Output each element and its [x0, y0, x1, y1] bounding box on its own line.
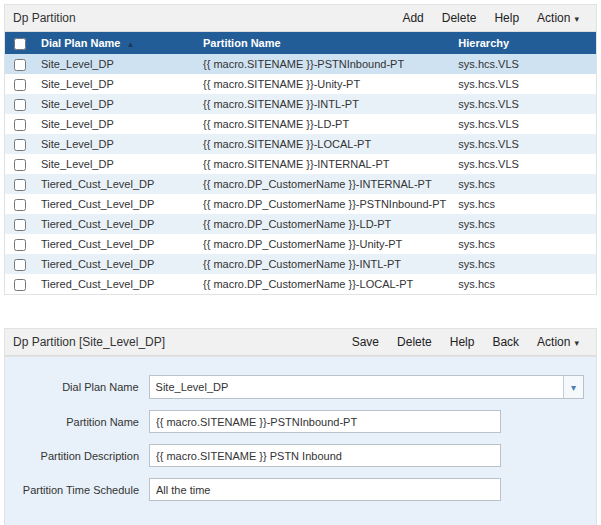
- column-header-hierarchy[interactable]: Hierarchy: [452, 32, 596, 54]
- table-row[interactable]: Tiered_Cust_Level_DP {{ macro.DP_Custome…: [5, 214, 596, 234]
- detail-toolbar-actions: Save Delete Help Back Action▾: [343, 332, 588, 352]
- partition-description-label: Partition Description: [17, 444, 149, 464]
- cell-dial-plan-name: Tiered_Cust_Level_DP: [35, 234, 197, 254]
- row-checkbox[interactable]: [14, 179, 26, 191]
- dp-partition-list-panel: Dp Partition Add Delete Help Action▾ Dia…: [4, 4, 597, 295]
- list-panel-title: Dp Partition: [13, 11, 393, 25]
- cell-dial-plan-name: Tiered_Cust_Level_DP: [35, 254, 197, 274]
- cell-hierarchy: sys.hcs.VLS: [452, 54, 596, 74]
- cell-partition-name: {{ macro.SITENAME }}-INTL-PT: [197, 94, 452, 114]
- table-row[interactable]: Site_Level_DP {{ macro.SITENAME }}-LD-PT…: [5, 114, 596, 134]
- partition-name-label: Partition Name: [17, 410, 149, 430]
- table-row[interactable]: Tiered_Cust_Level_DP {{ macro.DP_Custome…: [5, 234, 596, 254]
- cell-hierarchy: sys.hcs: [452, 174, 596, 194]
- table-row[interactable]: Site_Level_DP {{ macro.SITENAME }}-Unity…: [5, 74, 596, 94]
- cell-dial-plan-name: Tiered_Cust_Level_DP: [35, 194, 197, 214]
- cell-partition-name: {{ macro.SITENAME }}-LOCAL-PT: [197, 134, 452, 154]
- partition-time-schedule-label: Partition Time Schedule: [17, 478, 149, 498]
- cell-hierarchy: sys.hcs: [452, 234, 596, 254]
- help-button[interactable]: Help: [485, 8, 528, 28]
- cell-hierarchy: sys.hcs.VLS: [452, 134, 596, 154]
- row-checkbox[interactable]: [14, 199, 26, 211]
- action-menu-button[interactable]: Action▾: [528, 332, 588, 352]
- cell-dial-plan-name: Site_Level_DP: [35, 134, 197, 154]
- delete-button[interactable]: Delete: [388, 332, 441, 352]
- cell-hierarchy: sys.hcs: [452, 214, 596, 234]
- list-toolbar: Dp Partition Add Delete Help Action▾: [5, 5, 596, 32]
- cell-partition-name: {{ macro.DP_CustomerName }}-INTERNAL-PT: [197, 174, 452, 194]
- table-row[interactable]: Tiered_Cust_Level_DP {{ macro.DP_Custome…: [5, 174, 596, 194]
- cell-hierarchy: sys.hcs.VLS: [452, 94, 596, 114]
- cell-partition-name: {{ macro.DP_CustomerName }}-LOCAL-PT: [197, 274, 452, 294]
- cell-partition-name: {{ macro.DP_CustomerName }}-INTL-PT: [197, 254, 452, 274]
- delete-button[interactable]: Delete: [433, 8, 486, 28]
- dial-plan-name-select[interactable]: Site_Level_DP ▾: [149, 375, 584, 399]
- action-menu-label: Action: [537, 11, 570, 25]
- table-row[interactable]: Tiered_Cust_Level_DP {{ macro.DP_Custome…: [5, 274, 596, 294]
- table-row[interactable]: Site_Level_DP {{ macro.SITENAME }}-INTL-…: [5, 94, 596, 114]
- select-all-checkbox[interactable]: [14, 38, 26, 50]
- back-button[interactable]: Back: [483, 332, 528, 352]
- row-checkbox[interactable]: [14, 79, 26, 91]
- cell-dial-plan-name: Site_Level_DP: [35, 114, 197, 134]
- row-checkbox[interactable]: [14, 99, 26, 111]
- cell-dial-plan-name: Site_Level_DP: [35, 94, 197, 114]
- cell-dial-plan-name: Tiered_Cust_Level_DP: [35, 174, 197, 194]
- row-checkbox[interactable]: [14, 219, 26, 231]
- dial-plan-name-selected-value: Site_Level_DP: [150, 376, 563, 398]
- detail-toolbar: Dp Partition [Site_Level_DP] Save Delete…: [5, 329, 596, 356]
- dp-partition-table: Dial Plan Name▲ Partition Name Hierarchy…: [5, 32, 596, 294]
- table-row[interactable]: Tiered_Cust_Level_DP {{ macro.DP_Custome…: [5, 194, 596, 214]
- detail-panel-title: Dp Partition [Site_Level_DP]: [13, 335, 343, 349]
- caret-down-icon: ▾: [574, 14, 579, 24]
- cell-hierarchy: sys.hcs.VLS: [452, 74, 596, 94]
- cell-partition-name: {{ macro.SITENAME }}-Unity-PT: [197, 74, 452, 94]
- form-row-partition-time-schedule: Partition Time Schedule: [17, 478, 584, 501]
- row-checkbox[interactable]: [14, 279, 26, 291]
- partition-time-schedule-input[interactable]: [149, 478, 501, 501]
- cell-partition-name: {{ macro.SITENAME }}-LD-PT: [197, 114, 452, 134]
- detail-form: Dial Plan Name Site_Level_DP ▾ Partition…: [5, 356, 596, 525]
- cell-partition-name: {{ macro.DP_CustomerName }}-Unity-PT: [197, 234, 452, 254]
- row-checkbox[interactable]: [14, 239, 26, 251]
- cell-hierarchy: sys.hcs: [452, 254, 596, 274]
- form-row-partition-name: Partition Name: [17, 410, 584, 433]
- dropdown-caret-icon[interactable]: ▾: [563, 376, 583, 398]
- help-button[interactable]: Help: [441, 332, 484, 352]
- cell-hierarchy: sys.hcs.VLS: [452, 154, 596, 174]
- cell-partition-name: {{ macro.SITENAME }}-INTERNAL-PT: [197, 154, 452, 174]
- partition-description-input[interactable]: [149, 444, 501, 467]
- cell-partition-name: {{ macro.DP_CustomerName }}-LD-PT: [197, 214, 452, 234]
- cell-dial-plan-name: Tiered_Cust_Level_DP: [35, 214, 197, 234]
- row-checkbox[interactable]: [14, 159, 26, 171]
- table-header-row: Dial Plan Name▲ Partition Name Hierarchy: [5, 32, 596, 54]
- dp-partition-detail-panel: Dp Partition [Site_Level_DP] Save Delete…: [4, 328, 597, 525]
- table-row[interactable]: Site_Level_DP {{ macro.SITENAME }}-LOCAL…: [5, 134, 596, 154]
- cell-hierarchy: sys.hcs: [452, 274, 596, 294]
- table-row[interactable]: Site_Level_DP {{ macro.SITENAME }}-INTER…: [5, 154, 596, 174]
- partition-name-input[interactable]: [149, 410, 501, 433]
- table-row[interactable]: Tiered_Cust_Level_DP {{ macro.DP_Custome…: [5, 254, 596, 274]
- table-row[interactable]: Site_Level_DP {{ macro.SITENAME }}-PSTNI…: [5, 54, 596, 74]
- form-row-dial-plan-name: Dial Plan Name Site_Level_DP ▾: [17, 375, 584, 399]
- cell-dial-plan-name: Site_Level_DP: [35, 54, 197, 74]
- row-checkbox[interactable]: [14, 119, 26, 131]
- row-checkbox[interactable]: [14, 259, 26, 271]
- column-header-partition-name[interactable]: Partition Name: [197, 32, 452, 54]
- cell-partition-name: {{ macro.DP_CustomerName }}-PSTNInbound-…: [197, 194, 452, 214]
- cell-partition-name: {{ macro.SITENAME }}-PSTNInbound-PT: [197, 54, 452, 74]
- cell-dial-plan-name: Site_Level_DP: [35, 154, 197, 174]
- column-header-dial-plan-name[interactable]: Dial Plan Name▲: [35, 32, 197, 54]
- save-button[interactable]: Save: [343, 332, 388, 352]
- action-menu-button[interactable]: Action▾: [528, 8, 588, 28]
- add-button[interactable]: Add: [393, 8, 432, 28]
- row-checkbox[interactable]: [14, 139, 26, 151]
- cell-dial-plan-name: Site_Level_DP: [35, 74, 197, 94]
- select-all-header: [5, 32, 35, 54]
- row-checkbox[interactable]: [14, 59, 26, 71]
- page: Dp Partition Add Delete Help Action▾ Dia…: [0, 0, 601, 525]
- action-menu-label: Action: [537, 335, 570, 349]
- dial-plan-name-label: Dial Plan Name: [17, 375, 149, 395]
- cell-hierarchy: sys.hcs: [452, 194, 596, 214]
- form-row-partition-description: Partition Description: [17, 444, 584, 467]
